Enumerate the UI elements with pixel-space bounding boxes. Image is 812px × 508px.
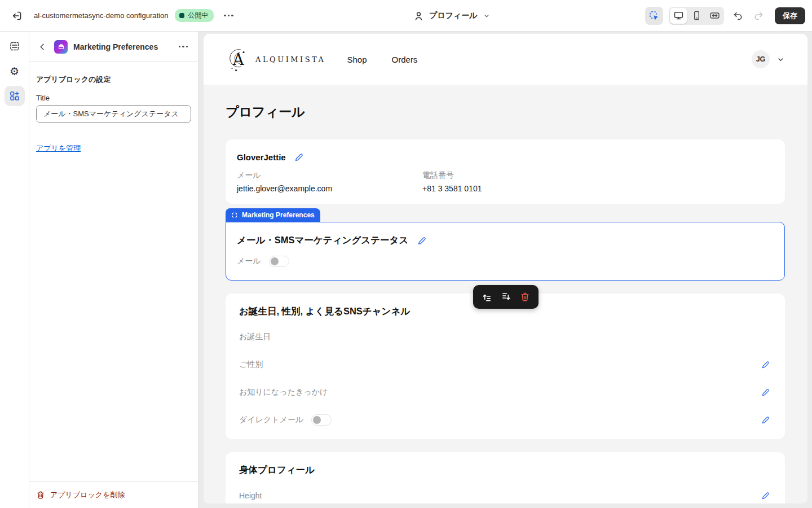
settings-tab-button[interactable]: ⚙ (5, 61, 25, 81)
svg-text:A: A (232, 51, 244, 68)
edit-direct-mail-button[interactable] (760, 414, 771, 426)
pencil-icon (761, 415, 770, 424)
fullwidth-view-button[interactable] (706, 8, 723, 24)
status-badge: 公開中 (175, 9, 214, 22)
person-icon (413, 11, 424, 21)
pencil-icon (761, 388, 770, 397)
device-segmented-control (669, 7, 724, 25)
delete-block-button[interactable]: アプリブロックを削除 (36, 490, 125, 500)
move-block-up-button[interactable] (481, 291, 492, 303)
block-settings-panel: Marketing Preferences アプリブロックの設定 Title ア… (29, 32, 198, 508)
edit-block-heading-button[interactable] (416, 235, 427, 246)
settings-heading: アプリブロックの設定 (36, 75, 191, 85)
fullwidth-icon (709, 10, 720, 21)
save-button[interactable]: 保存 (775, 7, 805, 24)
inspector-toggle-button[interactable] (645, 7, 663, 25)
editor-rail: ⚙ (0, 32, 29, 508)
chevron-down-icon (776, 55, 785, 64)
list-item: ご性別 (239, 359, 771, 370)
sections-tab-button[interactable] (5, 36, 25, 56)
list-item: お誕生日 (239, 331, 771, 343)
editor-topbar: al-customermetasync-demo configuration 公… (0, 0, 812, 32)
body-card-heading: 身体プロフィール (239, 464, 771, 476)
desktop-view-button[interactable] (670, 8, 687, 24)
desktop-icon (673, 10, 684, 21)
account-menu[interactable]: JG (752, 50, 785, 68)
list-item: ダイレクトメール (239, 414, 771, 426)
redo-button[interactable] (751, 8, 767, 24)
store-logo[interactable]: A ALQUIMISTA (226, 46, 325, 72)
store-wordmark: ALQUIMISTA (255, 55, 325, 64)
list-item: お知りになったきっかけ (239, 387, 771, 398)
avatar: JG (752, 50, 770, 68)
nav-orders-link[interactable]: Orders (392, 55, 418, 64)
storefront-preview: A ALQUIMISTA Shop Orders JG (204, 34, 807, 503)
pencil-icon (761, 491, 770, 500)
move-down-icon (501, 292, 511, 303)
store-header: A ALQUIMISTA Shop Orders JG (204, 34, 807, 85)
edit-referral-button[interactable] (760, 387, 771, 398)
more-dots-icon (179, 46, 188, 48)
selected-block-wrap: Marketing Preferences メール・SMSマーケティングステータ… (226, 208, 785, 281)
email-toggle-label: メール (237, 256, 261, 266)
manage-app-link[interactable]: アプリを管理 (36, 143, 81, 154)
phone-value: +81 3 3581 0101 (422, 184, 774, 193)
undo-button[interactable] (730, 8, 745, 24)
exit-editor-button[interactable] (9, 8, 25, 24)
editor-title: al-customermetasync-demo configuration (34, 11, 168, 20)
page-title: プロフィール (226, 103, 785, 121)
phone-label: 電話番号 (422, 170, 774, 181)
title-field-label: Title (36, 94, 191, 102)
status-dot-icon (179, 13, 184, 18)
edit-height-button[interactable] (760, 490, 771, 501)
more-dots-icon (224, 15, 233, 17)
selected-block-label[interactable]: Marketing Preferences (226, 208, 320, 222)
delete-block-toolbar-button[interactable] (519, 291, 531, 303)
apps-icon (9, 90, 20, 102)
nav-shop-link[interactable]: Shop (347, 55, 367, 64)
selection-brackets-icon (231, 212, 238, 218)
profile-card: GloverJettie メール jettie.glov (226, 139, 785, 204)
pencil-icon (761, 360, 770, 369)
preview-canvas: A ALQUIMISTA Shop Orders JG (198, 32, 812, 508)
back-button[interactable] (36, 39, 48, 55)
trash-icon (520, 292, 530, 302)
gear-icon: ⚙ (10, 66, 19, 77)
direct-mail-toggle[interactable] (311, 414, 332, 426)
page-selector[interactable]: プロフィール (413, 8, 491, 24)
trash-icon (36, 491, 45, 500)
mobile-icon (691, 10, 702, 21)
body-profile-card: 身体プロフィール Height (226, 452, 785, 503)
sections-icon (9, 41, 20, 52)
mobile-view-button[interactable] (688, 8, 705, 24)
store-logo-mark-icon: A (226, 46, 251, 72)
title-input[interactable] (36, 105, 191, 123)
pencil-icon (294, 152, 304, 162)
email-label: メール (237, 170, 422, 181)
marketing-preferences-block[interactable]: メール・SMSマーケティングステータス メール (226, 222, 785, 281)
birthday-card: お誕生日, 性別, よく見るSNSチャンネル お誕生日 ご性別 (226, 294, 785, 439)
page-selector-label: プロフィール (429, 11, 478, 21)
block-toolbar (473, 285, 539, 309)
chevron-left-icon (38, 42, 47, 51)
chevron-down-icon (483, 12, 491, 20)
block-more-button[interactable] (175, 39, 191, 55)
email-toggle[interactable] (269, 256, 289, 267)
inspector-cursor-icon (648, 10, 660, 21)
edit-gender-button[interactable] (760, 359, 771, 370)
block-heading: メール・SMSマーケティングステータス (237, 234, 408, 247)
redo-icon (753, 10, 765, 21)
move-block-down-button[interactable] (500, 291, 511, 303)
edit-name-button[interactable] (294, 151, 305, 163)
apps-tab-button[interactable] (5, 86, 25, 106)
undo-icon (732, 10, 743, 21)
email-value: jettie.glover@example.com (237, 184, 422, 193)
list-item: Height (239, 490, 771, 501)
title-more-button[interactable] (220, 8, 236, 24)
exit-icon (11, 10, 23, 21)
delete-block-label: アプリブロックを削除 (50, 490, 125, 500)
app-logo-icon (54, 40, 68, 54)
panel-title: Marketing Preferences (73, 42, 170, 51)
customer-name: GloverJettie (237, 152, 286, 162)
store-nav: Shop Orders (347, 55, 417, 64)
